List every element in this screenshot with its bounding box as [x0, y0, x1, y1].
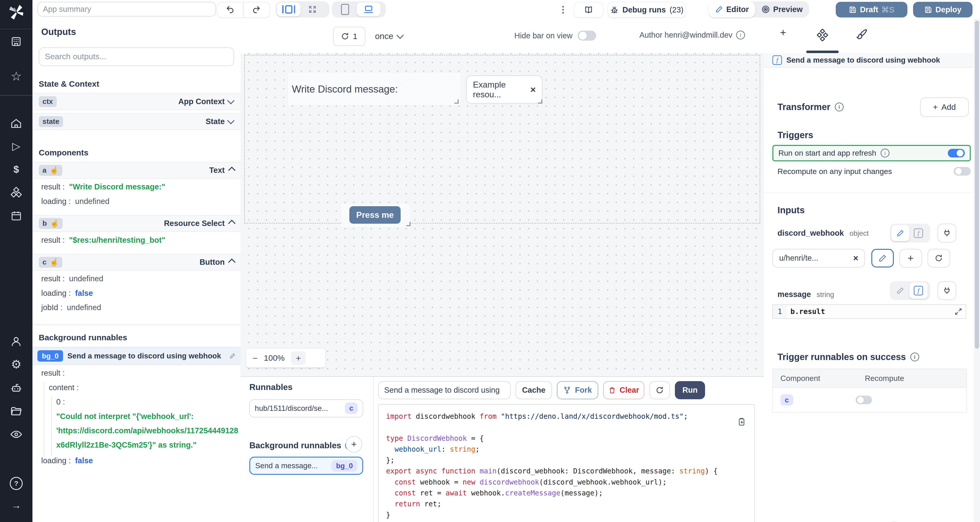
home-icon[interactable] [0, 118, 32, 129]
eval-fx-icon[interactable]: f [910, 282, 928, 299]
info-icon[interactable]: i [835, 103, 844, 111]
recompute-c-toggle[interactable] [856, 396, 872, 404]
runnable-item-selected[interactable]: Send a message... bg_0 [249, 457, 363, 475]
workspace-building-icon[interactable] [0, 36, 32, 48]
runnable-path: Send a message... [255, 462, 318, 470]
app-canvas[interactable]: Write Discord message: Example resou... … [241, 53, 764, 376]
docs-book-button[interactable] [574, 2, 603, 18]
runnable-item[interactable]: hub/1511/discord/se... c [249, 399, 363, 417]
zoom-out-button[interactable]: − [253, 353, 258, 363]
deploy-button[interactable]: Deploy [913, 2, 972, 18]
transformer-title: Transformeri [778, 102, 843, 112]
output-row-bg0[interactable]: bg_0 Send a message to discord using web… [32, 347, 240, 365]
info-icon[interactable]: i [881, 149, 889, 158]
resource-picker-select[interactable]: u/henri/te... × [772, 249, 865, 268]
code-editor[interactable]: import discordwebhook from "https://deno… [378, 404, 755, 522]
clear-x-icon[interactable]: × [530, 84, 536, 95]
zoom-in-button[interactable]: + [291, 351, 306, 365]
help-icon[interactable]: ? [0, 477, 32, 490]
hide-bar-toggle[interactable] [578, 30, 597, 41]
fork-icon [563, 386, 571, 394]
refresh-mode-dropdown[interactable]: once [375, 31, 404, 41]
output-row-ctx[interactable]: ctx App Context [32, 93, 240, 110]
copy-code-icon[interactable] [737, 417, 746, 427]
user-icon[interactable] [0, 336, 32, 347]
resource-select-component[interactable]: Example resou... × [466, 76, 542, 103]
resize-handle[interactable] [538, 99, 542, 103]
run-button[interactable]: Run [675, 381, 705, 399]
chevron-down-icon[interactable] [227, 97, 235, 104]
press-me-button[interactable]: Press me [349, 206, 401, 224]
recompute-count-button[interactable]: 1 [333, 27, 365, 46]
schedules-calendar-icon[interactable] [0, 210, 32, 221]
scrollbar-thumb[interactable] [975, 21, 979, 349]
expand-editor-icon[interactable] [955, 308, 962, 315]
info-icon[interactable]: i [736, 30, 745, 40]
variables-dollar-icon[interactable]: $ [0, 163, 32, 176]
chevron-up-icon[interactable] [228, 167, 235, 174]
desktop-view-button[interactable] [357, 3, 381, 16]
runnable-name-input[interactable] [378, 381, 511, 399]
chevron-down-icon[interactable] [227, 117, 235, 124]
info-icon[interactable]: i [910, 353, 919, 361]
audit-eye-icon[interactable] [0, 428, 32, 441]
recompute-any-toggle[interactable] [954, 167, 970, 176]
debug-runs-button[interactable]: Debug runs (23) [608, 2, 686, 18]
fork-button[interactable]: Fork [557, 381, 598, 399]
scrollbar-track[interactable] [974, 19, 980, 522]
connect-plug-icon[interactable] [937, 224, 956, 242]
bg0-badge: bg_0 [37, 350, 63, 362]
search-outputs-input[interactable] [39, 48, 234, 66]
insert-component-tab-plus-icon[interactable]: + [780, 26, 786, 38]
windmill-logo-icon[interactable] [8, 3, 25, 21]
trigger-success-table: Component Recompute c [772, 369, 967, 412]
more-options-kebab-icon[interactable]: ⋮ [559, 4, 568, 14]
output-row-c[interactable]: c☝ Button [32, 254, 240, 271]
eval-fx-icon[interactable]: f [910, 225, 928, 241]
tab-preview[interactable]: Preview [755, 2, 809, 18]
resources-cubes-icon[interactable] [0, 186, 32, 199]
add-resource-plus-button[interactable]: + [899, 249, 922, 268]
resize-handle[interactable] [454, 99, 459, 103]
workers-robot-icon[interactable] [0, 382, 32, 394]
edit-resource-pencil-button[interactable] [871, 249, 894, 268]
tree-guide [51, 397, 52, 456]
edit-pencil-icon[interactable] [229, 353, 236, 359]
cache-button[interactable]: Cache [515, 381, 552, 399]
clear-x-icon[interactable]: × [853, 253, 858, 263]
redo-button[interactable] [243, 2, 269, 17]
output-row-a[interactable]: a☝ Text [32, 162, 240, 179]
settings-gear-icon[interactable]: ⚙ [0, 358, 32, 371]
mobile-view-button[interactable] [333, 3, 357, 16]
output-row-b[interactable]: b☝ Resource Select [32, 215, 240, 232]
center-layout-button[interactable] [277, 3, 301, 16]
chevron-up-icon[interactable] [228, 258, 235, 266]
static-pencil-icon[interactable] [891, 282, 910, 299]
add-background-runnable-button[interactable]: + [346, 436, 362, 453]
runnable-badge: bg_0 [332, 460, 357, 472]
refresh-code-button[interactable] [649, 381, 670, 399]
favorites-star-icon[interactable]: ☆ [0, 70, 32, 83]
text-component[interactable]: Write Discord message: [288, 73, 460, 105]
add-transformer-button[interactable]: +Add [920, 97, 969, 117]
connect-plug-icon[interactable] [937, 281, 956, 300]
app-summary-input[interactable] [37, 2, 216, 17]
fullscreen-expand-icon[interactable] [301, 3, 325, 16]
tab-editor[interactable]: Editor [709, 2, 755, 18]
message-expression-editor[interactable]: 1 b.result [772, 304, 966, 319]
undo-button[interactable] [217, 2, 243, 17]
runs-play-icon[interactable]: ▷ [0, 140, 32, 153]
folders-icon[interactable] [0, 405, 32, 417]
run-on-start-toggle[interactable] [948, 149, 964, 158]
static-pencil-icon[interactable] [891, 225, 910, 241]
theme-paintbrush-tab-icon[interactable] [856, 28, 868, 40]
chevron-up-icon[interactable] [228, 220, 235, 227]
output-row-state[interactable]: state State [32, 113, 240, 130]
save-draft-button[interactable]: Draft ⌘S [836, 2, 908, 18]
field2-input-mode-segment: f [890, 281, 930, 300]
resize-handle[interactable] [406, 222, 410, 226]
component-settings-tab-icon[interactable] [816, 29, 829, 41]
expand-sidebar-arrow-icon[interactable]: → [0, 499, 32, 511]
refresh-resource-button[interactable] [928, 249, 950, 268]
clear-button[interactable]: Clear [603, 381, 644, 399]
